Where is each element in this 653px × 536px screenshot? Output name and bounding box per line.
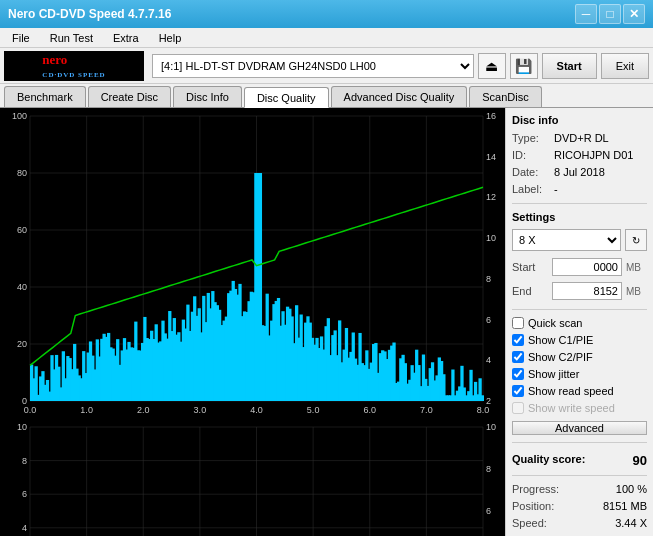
start-input[interactable]: [552, 258, 622, 276]
disc-label-label: Label:: [512, 183, 550, 195]
disc-type-value: DVD+R DL: [554, 132, 609, 144]
divider-2: [512, 309, 647, 310]
menu-help[interactable]: Help: [151, 30, 190, 46]
quick-scan-row: Quick scan: [512, 317, 647, 329]
speed-label: Speed:: [512, 517, 547, 529]
disc-label-row: Label: -: [512, 183, 647, 195]
maximize-button[interactable]: □: [599, 4, 621, 24]
settings-title: Settings: [512, 211, 647, 223]
start-mb-row: Start MB: [512, 258, 647, 276]
show-jitter-checkbox[interactable]: [512, 368, 524, 380]
end-input[interactable]: [552, 282, 622, 300]
tab-disc-quality[interactable]: Disc Quality: [244, 87, 329, 108]
eject-icon-button[interactable]: ⏏: [478, 53, 506, 79]
disc-id-row: ID: RICOHJPN D01: [512, 149, 647, 161]
progress-value: 100 %: [616, 483, 647, 495]
disc-type-row: Type: DVD+R DL: [512, 132, 647, 144]
bottom-chart: [0, 421, 505, 536]
tab-advanced-disc-quality[interactable]: Advanced Disc Quality: [331, 86, 468, 107]
show-read-speed-label: Show read speed: [528, 385, 614, 397]
end-mb-row: End MB: [512, 282, 647, 300]
title-bar: Nero CD-DVD Speed 4.7.7.16 ─ □ ✕: [0, 0, 653, 28]
disc-info-title: Disc info: [512, 114, 647, 126]
top-chart: [0, 108, 505, 421]
quality-score-row: Quality score: 90: [512, 453, 647, 468]
show-c2-pif-checkbox[interactable]: [512, 351, 524, 363]
speed-select[interactable]: 8 X: [512, 229, 621, 251]
speed-value: 3.44 X: [615, 517, 647, 529]
show-c1-pie-label: Show C1/PIE: [528, 334, 593, 346]
settings-refresh-button[interactable]: ↻: [625, 229, 647, 251]
progress-row: Progress: 100 %: [512, 483, 647, 495]
menu-extra[interactable]: Extra: [105, 30, 147, 46]
start-unit: MB: [626, 262, 641, 273]
disc-date-row: Date: 8 Jul 2018: [512, 166, 647, 178]
show-c1-pie-row: Show C1/PIE: [512, 334, 647, 346]
divider-4: [512, 475, 647, 476]
speed-settings-row: 8 X ↻: [512, 229, 647, 251]
charts-wrapper: [0, 108, 505, 536]
end-unit: MB: [626, 286, 641, 297]
show-c2-pif-row: Show C2/PIF: [512, 351, 647, 363]
quality-score-label: Quality score:: [512, 453, 585, 468]
start-button[interactable]: Start: [542, 53, 597, 79]
show-write-speed-row: Show write speed: [512, 402, 647, 414]
position-value: 8151 MB: [603, 500, 647, 512]
position-row: Position: 8151 MB: [512, 500, 647, 512]
tab-bar: Benchmark Create Disc Disc Info Disc Qua…: [0, 84, 653, 108]
main-content: PI Errors Average: 5.20 Maximum: 80 Tota…: [0, 108, 653, 536]
disc-label-value: -: [554, 183, 558, 195]
divider-1: [512, 203, 647, 204]
show-c2-pif-label: Show C2/PIF: [528, 351, 593, 363]
start-label: Start: [512, 261, 548, 273]
speed-row: Speed: 3.44 X: [512, 517, 647, 529]
minimize-button[interactable]: ─: [575, 4, 597, 24]
exit-button[interactable]: Exit: [601, 53, 649, 79]
right-panel: Disc info Type: DVD+R DL ID: RICOHJPN D0…: [505, 108, 653, 536]
save-icon-button[interactable]: 💾: [510, 53, 538, 79]
position-label: Position:: [512, 500, 554, 512]
progress-label: Progress:: [512, 483, 559, 495]
menu-run-test[interactable]: Run Test: [42, 30, 101, 46]
disc-id-value: RICOHJPN D01: [554, 149, 633, 161]
disc-type-label: Type:: [512, 132, 550, 144]
menu-bar: File Run Test Extra Help: [0, 28, 653, 48]
tab-scandisc[interactable]: ScanDisc: [469, 86, 541, 107]
tab-benchmark[interactable]: Benchmark: [4, 86, 86, 107]
show-c1-pie-checkbox[interactable]: [512, 334, 524, 346]
toolbar: neroCD·DVD SPEED [4:1] HL-DT-ST DVDRAM G…: [0, 48, 653, 84]
show-read-speed-checkbox[interactable]: [512, 385, 524, 397]
logo: neroCD·DVD SPEED: [4, 51, 144, 81]
quick-scan-checkbox[interactable]: [512, 317, 524, 329]
divider-3: [512, 442, 647, 443]
show-jitter-row: Show jitter: [512, 368, 647, 380]
show-write-speed-label: Show write speed: [528, 402, 615, 414]
disc-id-label: ID:: [512, 149, 550, 161]
app-title: Nero CD-DVD Speed 4.7.7.16: [8, 7, 171, 21]
close-button[interactable]: ✕: [623, 4, 645, 24]
show-jitter-label: Show jitter: [528, 368, 579, 380]
tab-disc-info[interactable]: Disc Info: [173, 86, 242, 107]
menu-file[interactable]: File: [4, 30, 38, 46]
advanced-button[interactable]: Advanced: [512, 421, 647, 435]
disc-date-value: 8 Jul 2018: [554, 166, 605, 178]
chart-panel: PI Errors Average: 5.20 Maximum: 80 Tota…: [0, 108, 505, 536]
show-write-speed-checkbox: [512, 402, 524, 414]
end-label: End: [512, 285, 548, 297]
tab-create-disc[interactable]: Create Disc: [88, 86, 171, 107]
disc-date-label: Date:: [512, 166, 550, 178]
show-read-speed-row: Show read speed: [512, 385, 647, 397]
drive-select[interactable]: [4:1] HL-DT-ST DVDRAM GH24NSD0 LH00: [152, 54, 474, 78]
quality-score-value: 90: [633, 453, 647, 468]
quick-scan-label: Quick scan: [528, 317, 582, 329]
